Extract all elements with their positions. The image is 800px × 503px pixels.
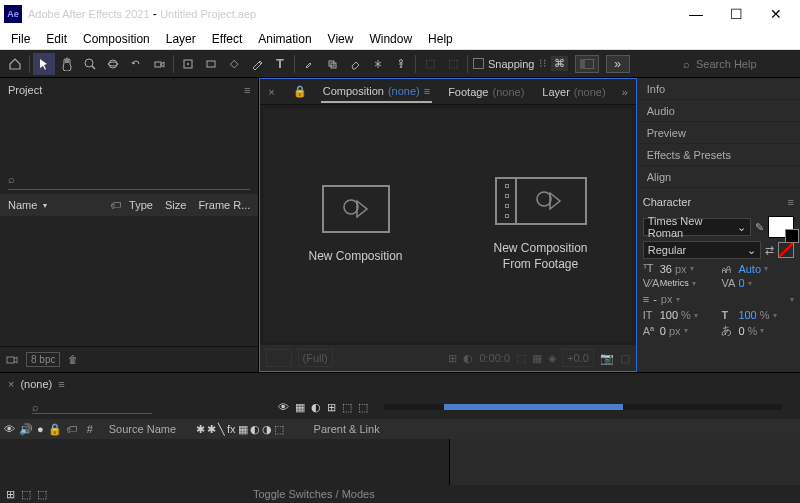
lock-col-icon[interactable]: 🔒 [48, 423, 62, 436]
expand-tabs-icon[interactable]: » [622, 86, 628, 98]
col-type[interactable]: Type [125, 199, 157, 211]
time-navigator[interactable] [384, 404, 782, 410]
roto-tool[interactable] [367, 53, 389, 75]
video-col-icon[interactable]: 👁 [4, 423, 15, 436]
new-composition-button[interactable]: New Composition [278, 140, 433, 310]
frame-blend-icon[interactable]: ▦ [295, 401, 305, 414]
grid-icon[interactable]: ⊞ [448, 352, 457, 365]
menu-help[interactable]: Help [421, 30, 460, 48]
timeline-tab[interactable]: (none) [20, 378, 52, 390]
align-panel-header[interactable]: Align [637, 166, 800, 188]
timeline-track-area[interactable] [450, 439, 800, 485]
orbit-tool[interactable] [102, 53, 124, 75]
toggle-switches-button[interactable]: Toggle Switches / Modes [253, 488, 375, 500]
workspace-default-icon[interactable] [575, 55, 599, 73]
audio-panel-header[interactable]: Audio [637, 100, 800, 122]
snap-options-icon[interactable]: ⌘ [551, 56, 568, 71]
eyedropper-icon[interactable]: ✎ [755, 221, 764, 234]
maximize-button[interactable]: ☐ [716, 0, 756, 28]
switch-collapse-icon[interactable]: ✱ [207, 423, 216, 436]
lock-icon[interactable]: 🔒 [293, 85, 307, 98]
menu-animation[interactable]: Animation [251, 30, 318, 48]
switch-adjust-icon[interactable]: ◑ [262, 423, 272, 436]
fill-color-swatch[interactable] [768, 216, 794, 238]
puppet-tool[interactable] [390, 53, 412, 75]
ellipse-tool[interactable]: ◇ [223, 53, 245, 75]
panel-menu-icon[interactable]: ≡ [788, 196, 794, 208]
workspace-menu-icon[interactable]: » [606, 55, 630, 73]
col-framerate[interactable]: Frame R... [194, 199, 254, 211]
tab-layer[interactable]: Layer (none) [540, 82, 607, 102]
tag-icon[interactable]: 🏷 [110, 199, 121, 211]
info-panel-header[interactable]: Info [637, 78, 800, 100]
pan-behind-tool[interactable] [177, 53, 199, 75]
swap-colors-icon[interactable]: ⇄ [765, 244, 774, 257]
hand-tool[interactable] [56, 53, 78, 75]
minimize-button[interactable]: — [676, 0, 716, 28]
col-name[interactable]: Name [4, 199, 106, 211]
bpc-button[interactable]: 8 bpc [26, 352, 60, 367]
new-composition-from-footage-button[interactable]: New Composition From Footage [463, 140, 618, 310]
motion-blur-icon[interactable]: ◐ [311, 401, 321, 414]
graph-icon[interactable]: ⊞ [327, 401, 336, 414]
mask-icon[interactable]: ◐ [463, 352, 473, 365]
snapping-checkbox[interactable] [473, 58, 484, 69]
menu-layer[interactable]: Layer [159, 30, 203, 48]
region-icon[interactable]: ⬚ [516, 352, 526, 365]
parent-col[interactable]: Parent & Link [308, 423, 386, 435]
clone-tool[interactable] [321, 53, 343, 75]
col-size[interactable]: Size [161, 199, 190, 211]
menu-view[interactable]: View [321, 30, 361, 48]
kerning-value[interactable]: Metrics [660, 278, 689, 288]
exposure[interactable]: +0.0 [562, 349, 594, 367]
menu-effect[interactable]: Effect [205, 30, 249, 48]
magnification[interactable] [266, 349, 291, 367]
hscale-value[interactable]: 100 [738, 309, 756, 321]
baseline-value[interactable]: 0 [660, 325, 666, 337]
tsume-value[interactable]: 0 [738, 325, 744, 337]
close-tab-icon[interactable]: × [8, 378, 14, 390]
brush-tool[interactable] [298, 53, 320, 75]
solo-col-icon[interactable]: ● [37, 423, 44, 436]
resolution[interactable]: (Full) [298, 349, 333, 367]
camera-tool[interactable] [148, 53, 170, 75]
current-time[interactable]: 0:00:0 [479, 352, 510, 364]
close-button[interactable]: ✕ [756, 0, 796, 28]
draft3d-icon[interactable]: ⬚ [342, 401, 352, 414]
pen-tool[interactable] [246, 53, 268, 75]
project-search-input[interactable] [19, 173, 250, 185]
interpret-icon[interactable] [6, 354, 18, 366]
channel-icon[interactable]: ▢ [620, 352, 630, 365]
selection-tool[interactable] [33, 53, 55, 75]
switch-shy-icon[interactable]: ✱ [196, 423, 205, 436]
switch-frameblend-icon[interactable]: ▦ [238, 423, 248, 436]
audio-col-icon[interactable]: 🔊 [19, 423, 33, 436]
tab-composition[interactable]: Composition (none) ≡ [321, 81, 432, 103]
local-axis-tool[interactable]: ⬚ [419, 53, 441, 75]
shy-icon[interactable]: 👁 [278, 401, 289, 414]
source-col[interactable]: Source Name [103, 423, 182, 435]
leading-value[interactable]: Auto [738, 263, 761, 275]
menu-window[interactable]: Window [362, 30, 419, 48]
no-stroke-icon[interactable] [778, 242, 794, 258]
footer-icon-1[interactable]: ⊞ [6, 488, 15, 501]
switch-motionblur-icon[interactable]: ◐ [250, 423, 260, 436]
close-tab-icon[interactable]: × [268, 86, 274, 98]
rectangle-tool[interactable] [200, 53, 222, 75]
switch-3d-icon[interactable]: ⬚ [274, 423, 284, 436]
rotate-tool[interactable] [125, 53, 147, 75]
tab-menu-icon[interactable]: ≡ [58, 378, 64, 390]
tracking-value[interactable]: 0 [738, 277, 744, 289]
menu-file[interactable]: File [4, 30, 37, 48]
menu-composition[interactable]: Composition [76, 30, 157, 48]
menu-edit[interactable]: Edit [39, 30, 74, 48]
search-input[interactable] [696, 58, 796, 70]
snapshot-icon[interactable]: 📷 [600, 352, 614, 365]
home-tool[interactable] [4, 53, 26, 75]
aa-icon[interactable]: ⬚ [358, 401, 368, 414]
vscale-value[interactable]: 100 [660, 309, 678, 321]
footer-icon-2[interactable]: ⬚ [21, 488, 31, 501]
world-axis-tool[interactable]: ⬚ [442, 53, 464, 75]
project-tab[interactable]: Project [8, 84, 42, 96]
font-style-dropdown[interactable]: Regular⌄ [643, 241, 761, 259]
